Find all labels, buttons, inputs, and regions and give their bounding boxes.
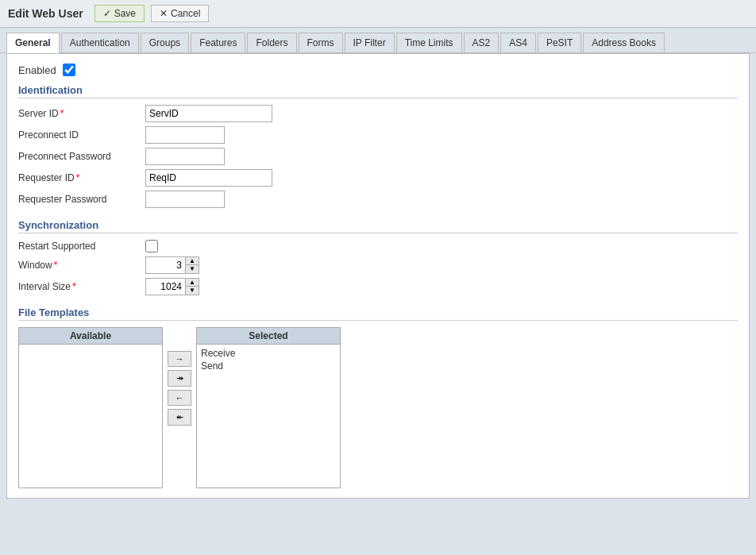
synchronization-section: Synchronization Restart Supported Window… bbox=[18, 219, 738, 295]
enabled-row: Enabled bbox=[18, 64, 738, 76]
restart-supported-row: Restart Supported bbox=[18, 240, 738, 252]
requester-id-input[interactable] bbox=[145, 169, 272, 187]
enabled-checkbox[interactable] bbox=[63, 64, 75, 76]
header-bar: Edit Web User ✓ Save ✕ Cancel bbox=[0, 0, 756, 28]
transfer-buttons: → ↠ ← ↞ bbox=[168, 351, 191, 426]
main-content: Enabled Identification Server ID* Precon… bbox=[6, 53, 750, 499]
preconnect-password-row: Preconnect Password bbox=[18, 148, 738, 165]
window-spinner-btns: ▲ ▼ bbox=[185, 256, 199, 274]
tab-as2[interactable]: AS2 bbox=[464, 33, 499, 52]
interval-size-spinner: ▲ ▼ bbox=[145, 278, 199, 295]
selected-list-body[interactable]: Receive Send bbox=[197, 345, 340, 488]
window-row: Window* ▲ ▼ bbox=[18, 256, 738, 274]
available-list-box: Available bbox=[18, 327, 163, 488]
save-label: Save bbox=[114, 8, 136, 19]
interval-size-label: Interval Size* bbox=[18, 281, 145, 292]
tab-pesit[interactable]: PeSIT bbox=[538, 33, 581, 52]
requester-password-input[interactable] bbox=[145, 191, 225, 208]
list-item[interactable]: Receive bbox=[199, 347, 338, 360]
save-button[interactable]: ✓ Save bbox=[94, 5, 145, 22]
requester-id-row: Requester ID* bbox=[18, 169, 738, 187]
interval-size-row: Interval Size* ▲ ▼ bbox=[18, 278, 738, 295]
preconnect-id-row: Preconnect ID bbox=[18, 126, 738, 144]
file-templates-section: File Templates Available → ↠ ← ↞ Selecte… bbox=[18, 306, 738, 488]
preconnect-id-label: Preconnect ID bbox=[18, 129, 145, 141]
file-templates-heading: File Templates bbox=[18, 306, 738, 321]
identification-section: Identification Server ID* Preconnect ID … bbox=[18, 84, 738, 208]
move-left-all-btn[interactable]: ↞ bbox=[168, 409, 191, 426]
tab-bar: General Authentication Groups Features F… bbox=[0, 28, 756, 53]
tab-forms[interactable]: Forms bbox=[299, 33, 343, 52]
server-id-label: Server ID* bbox=[18, 108, 145, 119]
move-right-all-btn[interactable]: ↠ bbox=[168, 370, 191, 387]
preconnect-id-input[interactable] bbox=[145, 126, 225, 144]
identification-heading: Identification bbox=[18, 84, 738, 98]
selected-list-box: Selected Receive Send bbox=[196, 327, 341, 488]
interval-size-spinner-btns: ▲ ▼ bbox=[185, 278, 199, 295]
tab-features[interactable]: Features bbox=[191, 33, 245, 52]
window-label: Window* bbox=[18, 260, 145, 271]
cancel-label: Cancel bbox=[171, 8, 200, 19]
move-right-btn[interactable]: → bbox=[168, 351, 191, 367]
server-id-input[interactable] bbox=[145, 105, 272, 122]
list-item[interactable]: Send bbox=[199, 360, 338, 372]
restart-supported-label: Restart Supported bbox=[18, 241, 145, 252]
requester-id-label: Requester ID* bbox=[18, 172, 145, 183]
tab-as4[interactable]: AS4 bbox=[500, 33, 536, 52]
enabled-label: Enabled bbox=[18, 64, 56, 76]
preconnect-password-input[interactable] bbox=[145, 148, 225, 165]
synchronization-heading: Synchronization bbox=[18, 219, 738, 233]
window-input[interactable] bbox=[145, 256, 185, 274]
available-list-body[interactable] bbox=[19, 345, 162, 488]
move-left-btn[interactable]: ← bbox=[168, 390, 191, 406]
tab-groups[interactable]: Groups bbox=[141, 33, 189, 52]
available-header: Available bbox=[19, 328, 162, 345]
tab-time-limits[interactable]: Time Limits bbox=[396, 33, 462, 52]
selected-header: Selected bbox=[197, 328, 340, 345]
tab-address-books[interactable]: Address Books bbox=[583, 33, 665, 52]
requester-password-label: Requester Password bbox=[18, 194, 145, 205]
requester-password-row: Requester Password bbox=[18, 191, 738, 208]
interval-size-down-btn[interactable]: ▼ bbox=[186, 287, 199, 295]
page-title: Edit Web User bbox=[8, 7, 83, 20]
tab-folders[interactable]: Folders bbox=[247, 33, 296, 52]
window-down-btn[interactable]: ▼ bbox=[186, 265, 199, 273]
window-spinner: ▲ ▼ bbox=[145, 256, 199, 274]
cancel-icon: ✕ bbox=[160, 8, 168, 19]
restart-supported-checkbox[interactable] bbox=[145, 240, 158, 252]
tab-authentication[interactable]: Authentication bbox=[61, 33, 139, 52]
cancel-button[interactable]: ✕ Cancel bbox=[151, 5, 209, 22]
save-icon: ✓ bbox=[103, 8, 111, 19]
preconnect-password-label: Preconnect Password bbox=[18, 151, 145, 162]
server-id-row: Server ID* bbox=[18, 105, 738, 122]
tab-general[interactable]: General bbox=[6, 33, 60, 53]
tab-ip-filter[interactable]: IP Filter bbox=[345, 33, 395, 52]
interval-size-up-btn[interactable]: ▲ bbox=[186, 279, 199, 287]
interval-size-input[interactable] bbox=[145, 278, 185, 295]
file-templates-layout: Available → ↠ ← ↞ Selected Receive Send bbox=[18, 327, 738, 488]
window-up-btn[interactable]: ▲ bbox=[186, 257, 199, 265]
